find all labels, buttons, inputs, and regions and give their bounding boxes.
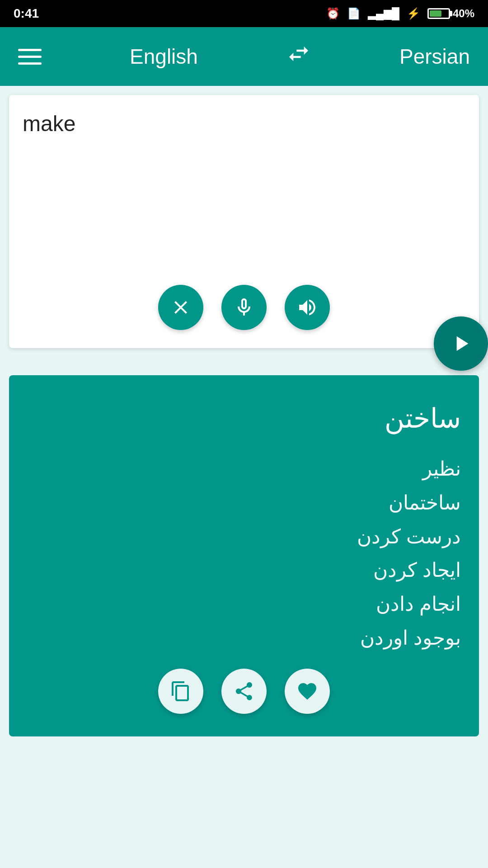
input-panel: make <box>9 95 479 348</box>
synonyms-list: نظیرساختماندرست کردنایجاد کردنانجام دادن… <box>27 452 461 655</box>
source-language[interactable]: English <box>130 44 198 69</box>
output-panel: ساختن نظیرساختماندرست کردنایجاد کردنانجا… <box>9 375 479 736</box>
swap-languages-button[interactable] <box>286 41 311 72</box>
input-action-buttons <box>23 276 465 335</box>
synonym-item: انجام دادن <box>27 587 461 621</box>
main-translation: ساختن <box>27 402 461 434</box>
share-button[interactable] <box>221 669 267 714</box>
output-action-buttons <box>27 655 461 718</box>
main-content: make <box>0 86 488 736</box>
menu-button[interactable] <box>18 49 42 65</box>
status-icons: ⏰ 📄 ▂▄▆█ ⚡ 40% <box>326 7 474 20</box>
battery-indicator: 40% <box>427 7 474 20</box>
sim-icon: 📄 <box>347 7 361 20</box>
synonym-item: ایجاد کردن <box>27 553 461 587</box>
charging-icon: ⚡ <box>407 7 420 20</box>
alarm-icon: ⏰ <box>326 7 340 20</box>
status-bar: 0:41 ⏰ 📄 ▂▄▆█ ⚡ 40% <box>0 0 488 27</box>
source-text-input[interactable]: make <box>23 108 465 271</box>
speak-button[interactable] <box>285 285 330 330</box>
target-language[interactable]: Persian <box>399 44 470 69</box>
microphone-button[interactable] <box>221 285 267 330</box>
signal-icon: ▂▄▆█ <box>368 7 399 20</box>
synonym-item: بوجود اوردن <box>27 621 461 655</box>
status-time: 0:41 <box>14 6 39 21</box>
clear-button[interactable] <box>158 285 203 330</box>
battery-percent: 40% <box>453 7 474 20</box>
synonym-item: درست کردن <box>27 520 461 554</box>
synonym-item: ساختمان <box>27 486 461 520</box>
copy-button[interactable] <box>158 669 203 714</box>
translate-button[interactable] <box>434 316 488 371</box>
toolbar: English Persian <box>0 27 488 86</box>
favorite-button[interactable] <box>285 669 330 714</box>
synonym-item: نظیر <box>27 452 461 486</box>
